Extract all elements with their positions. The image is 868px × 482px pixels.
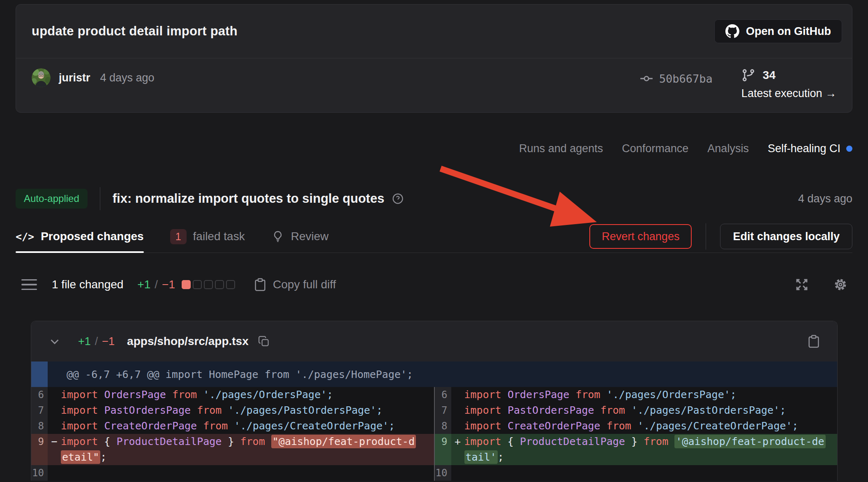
diff-stat-squares xyxy=(182,280,235,289)
line-number: 6 xyxy=(31,387,48,403)
diff-row: 7import PastOrdersPage from './pages/Pas… xyxy=(31,403,434,418)
diff-row: 7import PastOrdersPage from './pages/Pas… xyxy=(435,403,838,418)
code-line xyxy=(464,465,838,481)
tab-review-label: Review xyxy=(291,230,329,243)
tab-proposed-changes[interactable]: </> Proposed changes xyxy=(16,220,144,253)
divider xyxy=(706,223,706,250)
nav-self-healing-ci[interactable]: Self-healing CI xyxy=(768,142,852,155)
copy-full-diff-button[interactable]: Copy full diff xyxy=(253,278,336,292)
nav-analysis[interactable]: Analysis xyxy=(707,142,749,155)
additions-stat: +1 xyxy=(137,278,150,291)
lightbulb-icon xyxy=(271,230,284,243)
diff-sign xyxy=(451,465,464,481)
help-icon[interactable] xyxy=(392,192,404,205)
commit-hash-group[interactable]: 50b667ba xyxy=(639,72,713,86)
latest-execution-link[interactable]: Latest execution → xyxy=(741,87,836,100)
fix-time: 4 days ago xyxy=(798,192,852,205)
commit-hash: 50b667ba xyxy=(659,72,713,85)
diff-row: 6import OrdersPage from './pages/OrdersP… xyxy=(31,387,434,403)
code-line: import PastOrdersPage from './pages/Past… xyxy=(464,403,838,418)
failed-count-badge: 1 xyxy=(170,229,187,244)
edit-changes-locally-button[interactable]: Edit changes locally xyxy=(720,224,852,249)
line-number: 7 xyxy=(435,403,451,418)
code-line: import CreateOrderPage from './pages/Cre… xyxy=(464,418,838,434)
hunk-gutter xyxy=(31,362,48,387)
page-title: update product detail import path xyxy=(32,24,238,39)
diff-row: 8import CreateOrderPage from './pages/Cr… xyxy=(31,418,434,434)
avatar[interactable] xyxy=(32,68,51,87)
code-line: import OrdersPage from './pages/OrdersPa… xyxy=(61,387,434,403)
diff-row: etail"; xyxy=(31,450,434,465)
line-number: 7 xyxy=(31,403,48,418)
diff-stat-square xyxy=(182,280,191,289)
tab-review[interactable]: Review xyxy=(271,220,329,253)
diff-row: tail'; xyxy=(435,450,838,465)
divider xyxy=(100,187,100,210)
tab-bar: </> Proposed changes 1 failed task Revie… xyxy=(16,220,852,253)
line-number: 8 xyxy=(31,418,48,434)
diff-row: 9−import { ProductDetailPage } from "@ai… xyxy=(31,434,434,450)
diff-sign xyxy=(48,465,61,481)
file-list-menu-icon[interactable] xyxy=(21,279,37,290)
line-number xyxy=(435,450,451,465)
diff-row: 10 xyxy=(435,465,838,481)
diff-sign xyxy=(451,387,464,403)
line-number: 6 xyxy=(435,387,451,403)
code-line: etail"; xyxy=(61,450,434,465)
open-on-github-button[interactable]: Open on GitHub xyxy=(714,19,842,43)
diff-sign xyxy=(48,387,61,403)
line-number: 10 xyxy=(31,465,48,481)
line-number: 9 xyxy=(435,434,451,450)
diff-sign: + xyxy=(451,434,464,450)
file-stat-separator: / xyxy=(95,335,98,348)
diff-row: 6import OrdersPage from './pages/OrdersP… xyxy=(435,387,838,403)
code-line: tail'; xyxy=(464,450,838,465)
commit-time: 4 days ago xyxy=(100,72,155,84)
nav-self-healing-ci-label: Self-healing CI xyxy=(768,142,840,155)
diff-pane-old: 6import OrdersPage from './pages/OrdersP… xyxy=(31,387,434,481)
code-line: import CreateOrderPage from './pages/Cre… xyxy=(61,418,434,434)
diff-stat-square xyxy=(226,280,235,289)
hunk-text: @@ -6,7 +6,7 @@ import HomePage from './… xyxy=(48,368,413,380)
github-button-label: Open on GitHub xyxy=(746,25,831,38)
code-line: import OrdersPage from './pages/OrdersPa… xyxy=(464,387,838,403)
line-number: 9 xyxy=(31,434,48,450)
diff-row: 9+import { ProductDetailPage } from '@ai… xyxy=(435,434,838,450)
copy-path-icon[interactable] xyxy=(258,335,270,348)
file-diff-header: +1 / −1 apps/shop/src/app.tsx xyxy=(31,321,837,362)
line-number: 8 xyxy=(435,418,451,434)
copy-file-diff-icon[interactable] xyxy=(807,334,821,348)
copy-full-diff-label: Copy full diff xyxy=(273,278,336,291)
fix-title: fix: normalize import quotes to single q… xyxy=(113,191,384,206)
revert-changes-button[interactable]: Revert changes xyxy=(589,224,692,249)
collapse-chevron-down-icon[interactable] xyxy=(48,334,62,348)
split-diff: 6import OrdersPage from './pages/OrdersP… xyxy=(31,387,837,481)
tab-proposed-changes-label: Proposed changes xyxy=(41,230,144,243)
diff-stat-square xyxy=(193,280,202,289)
line-number: 10 xyxy=(435,465,451,481)
auto-applied-badge: Auto-applied xyxy=(16,189,88,209)
diff-sign xyxy=(48,403,61,418)
file-deletions-stat: −1 xyxy=(102,335,115,348)
stat-separator: / xyxy=(155,278,158,291)
diff-sign xyxy=(48,418,61,434)
commit-author[interactable]: juristr xyxy=(59,72,90,84)
code-line: import PastOrdersPage from './pages/Past… xyxy=(61,403,434,418)
diff-pane-new: 6import OrdersPage from './pages/OrdersP… xyxy=(435,387,838,481)
nav-conformance[interactable]: Conformance xyxy=(622,142,688,155)
nav-runs-and-agents[interactable]: Runs and agents xyxy=(519,142,603,155)
deletions-stat: −1 xyxy=(162,278,175,291)
gear-icon[interactable] xyxy=(833,277,848,292)
diff-stat-square xyxy=(204,280,213,289)
expand-fullscreen-icon[interactable] xyxy=(794,277,810,292)
avatar-image xyxy=(32,68,51,87)
diff-row: 8import CreateOrderPage from './pages/Cr… xyxy=(435,418,838,434)
diff-stat-square xyxy=(215,280,224,289)
file-path: apps/shop/src/app.tsx xyxy=(127,335,249,348)
hunk-header: @@ -6,7 +6,7 @@ import HomePage from './… xyxy=(31,362,837,387)
tab-failed-task[interactable]: 1 failed task xyxy=(170,220,245,253)
diff-sign xyxy=(451,418,464,434)
clipboard-icon xyxy=(253,278,267,292)
files-changed-label: 1 file changed xyxy=(52,278,123,291)
code-line: import { ProductDetailPage } from '@aish… xyxy=(464,434,838,450)
